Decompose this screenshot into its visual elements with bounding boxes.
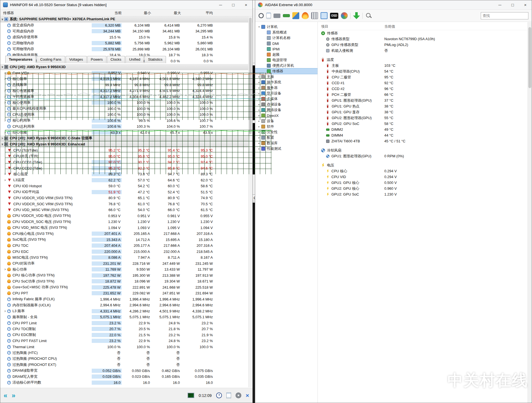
burn-in-icon[interactable] [302,12,309,19]
panel-row[interactable]: GPU1: GPU 核心0.500 V [321,180,532,186]
panel-row[interactable]: ZHITAI Ti600 4TB45 °C / 51 °C [321,138,532,144]
sensor-row[interactable]: CPU PPT FAST Limit23.2 %22.9 %24.8 %23.2… [0,338,252,344]
forward-icon[interactable]: » [12,392,15,399]
sensor-row[interactable]: CPU SoC功率 (SVI3 TFN)18.872 W18.096 W19.3… [0,278,252,284]
sensor-row[interactable]: CPU EDC220.000 A215.000 A232.000 A218.54… [0,249,252,255]
expander-icon[interactable]: > [0,137,4,140]
panel-row[interactable]: CPU 核心0.294 V [321,168,532,174]
sensor-row[interactable]: CPU PPT231.652 W229.082 W247.851 W231.69… [0,290,252,296]
sensor-row[interactable]: 过热降频 (PROCHOT CPU)否否否 [0,356,252,362]
panel-row[interactable]: GPU2: GPU SoC58 °C [321,121,532,127]
sensor-row[interactable]: Core+SoC+MISC 功率 (SVI3 TFN)225.478 W222.… [0,284,252,291]
vertical-scrollbar[interactable] [528,22,532,403]
sensor-row[interactable]: CPU TDC限制20.7 %20.5 %21.8 %20.7 % [0,326,252,332]
column-sensor[interactable]: 传感器 [0,11,92,16]
expander-icon[interactable]: > [3,179,7,182]
tuning-icon[interactable] [311,12,318,19]
sensor-group-header[interactable]: ∨系统: SAPPHIRE SAPPHIRE NITRO+ X870EA Pha… [0,16,252,22]
sidebar-item-软件[interactable]: ▸软件 [255,124,318,129]
panel-row[interactable]: GPU1: GPU 热点38 °C [321,103,532,109]
settings-gear-icon[interactable] [236,392,241,398]
column-min[interactable]: 最小 [122,11,151,16]
tree-expander-icon[interactable]: ▸ [257,125,261,128]
sensor-row[interactable]: 内存控制器频率 (UCLK)2,994.6 MHz2,994.6 MHz2,99… [0,302,252,308]
panel-row[interactable]: GPU2: 图形处理器(GPU)55 °C [321,115,532,121]
panel-row[interactable]: GPU1: 图形处理器(GPU)0 RPM (0%) [321,153,532,159]
close-sensors-icon[interactable]: × [246,392,249,398]
sensor-group-header[interactable]: ∨CPU [#0]: AMD Ryzen 9 9950X3D [0,64,252,70]
sensor-row[interactable]: 已用物理内存5,882 MB5,756 MB5,962 MB5,860 MB [0,40,252,46]
panel-group-header[interactable]: 冷却风扇 [321,147,532,153]
sensor-row[interactable]: 活动核心的平均数16.016.016.016.0 [0,380,252,386]
sensor-row[interactable]: >L3 频率4,331.4 MHz4,286.2 MHz4,501.9 MHz4… [0,308,252,314]
benchmark-icon[interactable] [292,12,299,19]
sensor-row[interactable]: CPU IOD Hotspot59.0 °C54.2 °C60.0 °C58.6… [0,183,252,189]
capture-icon[interactable] [273,14,280,18]
report-icon[interactable] [266,12,271,19]
panel-row[interactable]: GPU 传感器类型PMLog (ADL2) [321,42,532,48]
sidebar-item-DMI[interactable]: DMI [255,41,318,46]
column-current[interactable]: 当前 [92,11,122,16]
sensor-table-header[interactable]: 传感器 当前 最小 最大 平均 [0,10,252,16]
tree-expander-icon[interactable]: ▸ [257,120,261,122]
panel-row[interactable]: 中央处理器(CPU)54 °C [321,68,532,74]
panel-row[interactable]: DIMM249 °C [321,127,532,132]
sensor-row[interactable]: 可用虚拟内存34,244 MB34,150 MB34,461 MB34,295 … [0,28,252,34]
sensor-row[interactable]: CPU VDDCR_VDD 电压 (SVI3 TFN)0.953 V0.951 … [0,213,252,219]
column-max[interactable]: 最大 [151,11,181,16]
expander-icon[interactable]: ∨ [0,18,4,21]
sidebar-item-系统概述[interactable]: 系统概述 [255,30,318,35]
sidebar-item-便携式计算机[interactable]: 便携式计算机 [255,63,318,68]
tab-unified[interactable]: Unified [126,56,144,63]
panel-row[interactable]: CPU 二极管95 °C [321,74,532,80]
sensor-row[interactable]: 提交虚拟内存6,320 MB6,104 MB6,414 MB6,270 MB [0,22,252,29]
sensor-row[interactable]: >L3温度62.2 °C57.0 °C64.6 °C62.0 °C [0,177,252,183]
panel-group-header[interactable]: 温度 [321,57,532,63]
panel-row[interactable]: GPU1: 图形处理器(GPU)37 °C [321,97,532,103]
panel-row[interactable]: CCD #192 °C [321,80,532,86]
panel-row[interactable]: 传感器类型Nuvoton NCT6799D (ISA A10h) [321,36,532,42]
tab-cooling-fans[interactable]: Cooling Fans [37,56,65,63]
sidebar-item-计算机[interactable]: ▾计算机 [255,24,318,30]
sensor-row[interactable]: CPU VDDCR_SOC 电压 (SVI3 TFN)1.230 V1.230 … [0,219,252,225]
panel-row[interactable]: GPU2: GPU SoC1.230 V [321,191,532,197]
tab-voltages[interactable]: Voltages [66,56,87,63]
report-icon[interactable] [226,392,231,398]
column-avg[interactable]: 平均 [181,11,214,16]
sensor-row[interactable]: MISC电流 (SVI3 TFN)8.086 A7.947 A8.711 A8.… [0,255,252,261]
update-icon[interactable] [353,12,360,19]
minimize-button[interactable]: ─ [214,0,227,9]
panel-row[interactable]: CCD #296 °C [321,86,532,92]
osd-icon[interactable]: OSD [330,13,338,19]
clock-icon[interactable] [341,12,348,19]
expander-icon[interactable]: > [3,310,7,313]
sensor-row[interactable]: CPU核心电流 (SVI3 TFN)207.401 A205.165 A217.… [0,231,252,237]
panel-row[interactable]: GPU1: GPU 显存38 °C [321,109,532,115]
sensor-row[interactable]: Thermal Limit100.0 %100.0 %100.0 %100.0 … [0,344,252,350]
maximize-button[interactable]: □ [227,0,240,9]
scrollbar-thumb[interactable] [528,27,531,88]
expander-icon[interactable]: > [3,268,7,271]
sensor-row[interactable]: CPU PPT Limit23.2 %22.9 %24.8 %23.2 % [0,320,252,326]
sensor-row[interactable]: SoC电流 (SVI3 TFN)15.343 A14.712 A15.695 A… [0,237,252,243]
sidebar-item-超频[interactable]: 超频 [255,52,318,57]
clock-icon[interactable] [216,392,222,398]
sensor-row[interactable]: DRAM读取带宽0.052 GB/s0.050 GB/s0.462 GB/s0.… [0,368,252,374]
sensor-row[interactable]: CPU VDD_MISC VRM (SVI3 TFN)66.0 °C54.0 °… [0,207,252,213]
sensor-row[interactable]: DRAM写入带宽0.028 GB/s0.023 GB/s0.165 GB/s0.… [0,374,252,380]
sensor-row[interactable]: CPU VDDCR_VDD VRM (SVI3 TFN)80.9 °C65.1 … [0,195,252,201]
search-input[interactable] [481,12,528,19]
minimize-button[interactable]: ─ [493,0,506,9]
sensor-row[interactable]: CPU封装功率231.201 W228.716 W247.449 W231.24… [0,261,252,267]
panel-row[interactable]: PCH 二极管66 °C [321,92,532,97]
tab-statistics[interactable]: Statistics [144,56,166,63]
monitor-icon[interactable] [321,12,328,19]
search-icon[interactable] [365,12,372,19]
sensor-row[interactable]: CPU总利用率100.6 %100.3 %104.0 %100.7 % [0,124,252,130]
sensor-row[interactable]: CPU EDC限制22.0 %21.5 %23.2 %21.9 % [0,332,252,338]
sensor-row[interactable]: >核心功率11.769 W9.550 W13.433 W11.797 W [0,266,252,273]
panel-row[interactable]: 机箱入侵检测否 [321,48,532,53]
sensor-row[interactable]: 频率限制 - 全局5,075.1 MHz5,075.1 MHz5,075.1 M… [0,314,252,320]
tab-temperatures[interactable]: Temperatures [5,56,36,63]
refresh-icon[interactable] [259,13,264,18]
